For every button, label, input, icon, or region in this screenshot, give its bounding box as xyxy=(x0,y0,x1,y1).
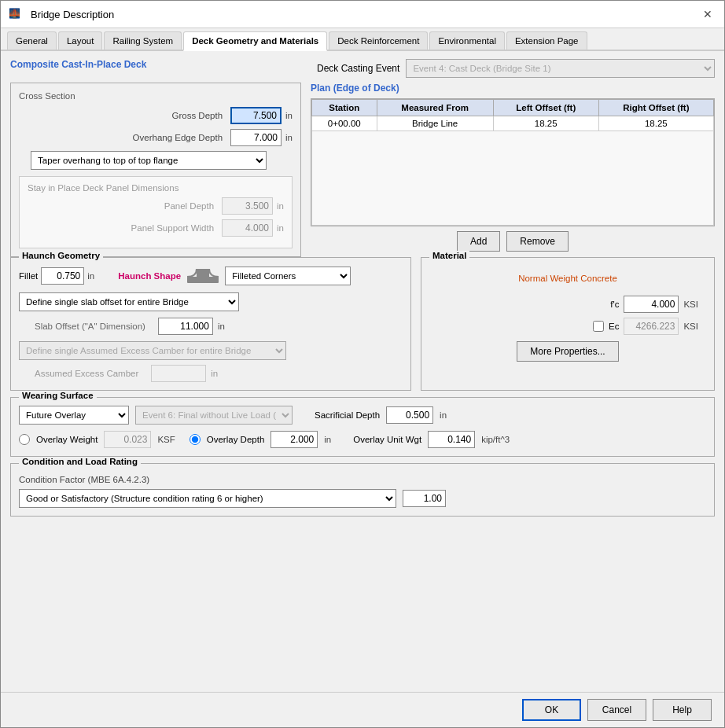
material-label: Material xyxy=(429,251,469,260)
fc-input[interactable] xyxy=(624,296,679,313)
plan-table-container: Station Measured From Left Offset (ft) R… xyxy=(311,98,715,226)
slab-offset-input[interactable] xyxy=(158,318,213,335)
overlay-weight-radio[interactable] xyxy=(19,434,30,445)
camber-dropdown[interactable]: Define single Assumed Excess Camber for … xyxy=(19,341,286,360)
slab-offset-dropdown[interactable]: Define single slab offset for entire Bri… xyxy=(19,292,239,311)
slab-offset-row: Slab Offset ("A" Dimension) in xyxy=(19,318,403,335)
slab-offset-unit: in xyxy=(218,322,225,331)
cell-station: 0+00.00 xyxy=(312,116,377,131)
tab-deck-geometry[interactable]: Deck Geometry and Materials xyxy=(183,31,327,51)
plan-label: Plan (Edge of Deck) xyxy=(311,83,399,94)
camber-unit: in xyxy=(211,369,218,378)
overhang-depth-unit: in xyxy=(285,133,293,142)
camber-input[interactable] xyxy=(151,365,206,382)
fillet-label: Fillet xyxy=(19,271,38,281)
panel-support-unit: in xyxy=(277,223,284,233)
add-button[interactable]: Add xyxy=(457,231,500,252)
tabs-bar: General Layout Railing System Deck Geome… xyxy=(1,28,724,51)
camber-row: Assumed Excess Camber in xyxy=(19,365,403,382)
cross-section-label: Cross Section xyxy=(19,91,293,101)
deck-casting-event-select[interactable]: Event 4: Cast Deck (Bridge Site 1) xyxy=(406,59,715,78)
gross-depth-row: Gross Depth in xyxy=(19,107,293,124)
col-station: Station xyxy=(312,100,377,116)
taper-dropdown[interactable]: Taper overhang to top of top flange xyxy=(31,151,267,170)
haunch-geometry-box: Haunch Geometry Fillet in Haunch Shape xyxy=(10,257,411,391)
haunch-shape-select[interactable]: Filleted Corners xyxy=(225,267,351,285)
svg-rect-1 xyxy=(197,269,209,277)
col-left-offset: Left Offset (ft) xyxy=(493,100,598,116)
deck-casting-label: Deck Casting Event xyxy=(317,63,399,74)
condition-dropdown[interactable]: Good or Satisfactory (Structure conditio… xyxy=(19,489,396,508)
plan-btn-row: Add Remove xyxy=(311,231,715,252)
ec-checkbox[interactable] xyxy=(593,321,604,332)
fc-label: f'c xyxy=(610,300,619,309)
haunch-shape-icon xyxy=(186,266,220,286)
overlay-unit-wgt-input[interactable] xyxy=(428,431,475,448)
close-button[interactable]: ✕ xyxy=(699,6,716,23)
col-right-offset: Right Offset (ft) xyxy=(598,100,713,116)
condition-factor-label: Condition Factor (MBE 6A.4.2.3) xyxy=(19,475,706,484)
slab-offset-label: Slab Offset ("A" Dimension) xyxy=(35,322,145,331)
condition-value-input[interactable] xyxy=(403,490,446,507)
fillet-input[interactable] xyxy=(41,267,84,285)
title-bar: 🌉 Bridge Description ✕ xyxy=(1,1,724,28)
stay-in-place-box: Stay in Place Deck Panel Dimensions Pane… xyxy=(19,176,293,248)
panel-support-row: Panel Support Width in xyxy=(28,219,284,237)
condition-label: Condition and Load Rating xyxy=(19,457,141,466)
gross-depth-input[interactable] xyxy=(230,107,282,124)
bottom-bar: OK Cancel Help xyxy=(1,692,724,727)
table-row: 0+00.00 Bridge Line 18.25 18.25 xyxy=(312,116,714,131)
sacrificial-depth-input[interactable] xyxy=(386,406,433,424)
haunch-shape-label: Haunch Shape xyxy=(118,271,181,281)
haunch-top-row: Fillet in Haunch Shape xyxy=(19,266,403,286)
overlay-unit-wgt-label: Overlay Unit Wgt xyxy=(353,435,421,444)
main-content: Composite Cast-In-Place Deck Deck Castin… xyxy=(1,51,724,692)
composite-label: Composite Cast-In-Place Deck xyxy=(10,59,301,70)
panel-depth-input[interactable] xyxy=(222,197,273,215)
panel-depth-label: Panel Depth xyxy=(28,201,214,211)
cancel-button[interactable]: Cancel xyxy=(587,699,646,721)
overlay-depth-radio[interactable] xyxy=(190,434,201,445)
overhang-depth-label: Overhang Edge Depth xyxy=(19,133,223,142)
ec-input[interactable] xyxy=(624,318,679,335)
cell-left-offset: 18.25 xyxy=(493,116,598,131)
main-window: 🌉 Bridge Description ✕ General Layout Ra… xyxy=(0,0,725,728)
overlay-weight-unit: KSF xyxy=(157,435,175,444)
tab-layout[interactable]: Layout xyxy=(58,31,103,50)
overlay-depth-input[interactable] xyxy=(270,431,318,448)
wearing-row1: Future Overlay Event 6: Final without Li… xyxy=(19,406,706,425)
ec-label: Ec xyxy=(609,322,619,331)
plan-table: Station Measured From Left Offset (ft) R… xyxy=(311,99,714,226)
haunch-shape-area: Haunch Shape Filleted Corners xyxy=(118,266,351,286)
panel-depth-unit: in xyxy=(277,201,284,211)
help-button[interactable]: Help xyxy=(653,699,712,721)
stay-in-place-label: Stay in Place Deck Panel Dimensions xyxy=(28,183,284,193)
panel-support-label: Panel Support Width xyxy=(28,223,214,233)
ec-row: Ec KSI xyxy=(429,318,706,335)
overhang-depth-input[interactable] xyxy=(230,129,282,146)
wearing-event-select[interactable]: Event 6: Final without Live Load (Bridge… xyxy=(135,406,293,425)
overlay-depth-unit: in xyxy=(324,435,331,444)
tab-general[interactable]: General xyxy=(7,31,57,50)
gross-depth-label: Gross Depth xyxy=(19,111,223,120)
overlay-weight-input[interactable] xyxy=(104,431,151,448)
right-panel: Plan (Edge of Deck) Station Measured Fro… xyxy=(311,83,715,257)
fc-row: f'c KSI xyxy=(429,296,706,313)
camber-label: Assumed Excess Camber xyxy=(35,369,138,378)
more-properties-button[interactable]: More Properties... xyxy=(517,341,619,362)
ok-button[interactable]: OK xyxy=(522,699,581,721)
tab-environmental[interactable]: Environmental xyxy=(429,31,505,50)
tab-deck-reinforcement[interactable]: Deck Reinforcement xyxy=(329,31,428,50)
panel-depth-row: Panel Depth in xyxy=(28,197,284,215)
left-panel: Cross Section Gross Depth in Overhang Ed… xyxy=(10,83,301,257)
plan-header: Plan (Edge of Deck) xyxy=(311,83,715,94)
remove-button[interactable]: Remove xyxy=(506,231,569,252)
overhang-depth-row: Overhang Edge Depth in xyxy=(19,129,293,146)
condition-inner: Good or Satisfactory (Structure conditio… xyxy=(19,489,706,508)
svg-rect-0 xyxy=(187,277,219,283)
tab-railing-system[interactable]: Railing System xyxy=(104,31,182,50)
panel-support-input[interactable] xyxy=(222,219,273,237)
tab-extension-page[interactable]: Extension Page xyxy=(506,31,587,50)
wearing-type-select[interactable]: Future Overlay xyxy=(19,406,129,425)
camber-dropdown-row: Define single Assumed Excess Camber for … xyxy=(19,341,403,360)
